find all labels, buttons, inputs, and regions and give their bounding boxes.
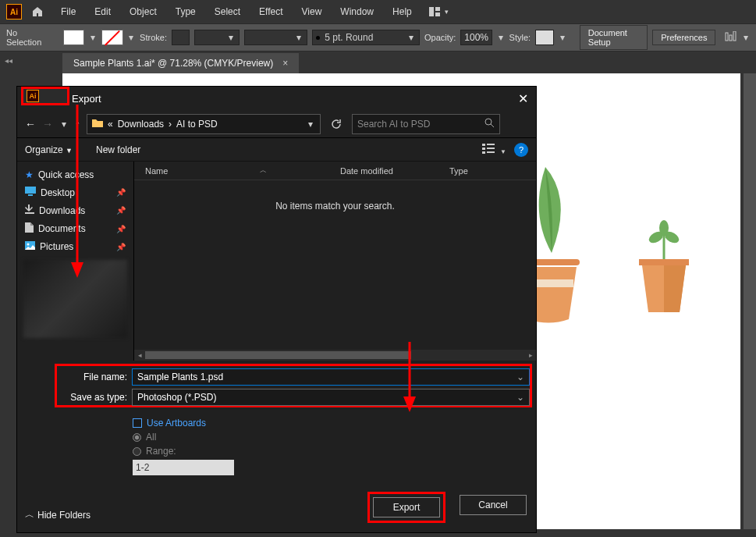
panel-collapse-icon[interactable]: ◂◂	[5, 56, 12, 65]
scroll-left-icon[interactable]: ◂	[134, 351, 145, 359]
svg-rect-1	[435, 7, 440, 11]
forward-button: →	[42, 118, 53, 130]
new-folder-button[interactable]: New folder	[96, 144, 140, 155]
document-tab-bar: Sample Plants 1.ai* @ 71.28% (CMYK/Previ…	[0, 52, 756, 73]
pin-icon: 📌	[116, 243, 126, 251]
empty-message: No items match your search.	[134, 201, 536, 212]
brush-preset[interactable]: 5 pt. Round ▾	[312, 30, 420, 45]
sidebar-pictures[interactable]: Pictures📌	[17, 238, 133, 255]
close-icon[interactable]: ✕	[518, 91, 528, 106]
chevron-down-icon[interactable]: ▾	[306, 119, 315, 130]
menu-edit[interactable]: Edit	[87, 3, 119, 20]
opacity-label: Opacity:	[424, 33, 456, 42]
download-icon	[25, 204, 34, 216]
menu-file[interactable]: File	[53, 3, 83, 20]
sidebar-downloads[interactable]: Downloads📌	[17, 201, 133, 219]
use-artboards-label: Use Artboards	[147, 418, 206, 429]
back-button[interactable]: ←	[25, 118, 36, 130]
menu-view[interactable]: View	[294, 3, 330, 20]
document-setup-button[interactable]: Document Setup	[580, 25, 648, 50]
app-logo: Ai	[6, 4, 22, 20]
svg-rect-19	[487, 151, 495, 153]
svg-point-24	[27, 244, 30, 246]
breadcrumb-item[interactable]: Downloads	[118, 119, 164, 130]
workspace-switcher[interactable]: ▾	[429, 7, 449, 16]
menu-effect[interactable]: Effect	[251, 3, 290, 20]
pin-icon: 📌	[116, 188, 126, 197]
range-radio[interactable]	[133, 447, 141, 456]
menu-help[interactable]: Help	[385, 3, 420, 20]
scroll-right-icon[interactable]: ▸	[525, 351, 536, 359]
up-button[interactable]: ↑	[75, 118, 80, 130]
vertical-scrollbar[interactable]	[744, 73, 756, 529]
sidebar-documents[interactable]: Documents📌	[17, 219, 133, 238]
organize-button[interactable]: Organize ▼	[25, 144, 73, 155]
style-label: Style:	[509, 33, 531, 42]
variable-width-profile[interactable]: ▾	[194, 30, 240, 45]
chevron-down-icon[interactable]: ⌄	[516, 392, 524, 403]
cancel-button[interactable]: Cancel	[460, 495, 527, 515]
horizontal-scrollbar[interactable]: ◂ ▸	[134, 350, 536, 361]
brush-definition[interactable]: ▾	[244, 30, 308, 45]
sidebar-blurred-area	[23, 260, 127, 338]
column-name[interactable]: Name ︿	[145, 165, 340, 176]
folder-icon	[92, 118, 103, 130]
file-name-label: File name:	[57, 372, 127, 382]
sidebar-quick-access[interactable]: ★ Quick access	[17, 166, 133, 183]
graphic-style[interactable]	[535, 30, 554, 45]
search-input[interactable]: Search AI to PSD	[352, 114, 500, 134]
refresh-button[interactable]	[327, 115, 346, 133]
svg-rect-17	[487, 144, 495, 145]
opacity-input[interactable]: 100%	[460, 30, 492, 45]
stroke-label: Stroke:	[140, 33, 167, 42]
dialog-nav-bar: ← → ▾ ↑ « Downloads › AI to PSD ▾ Search…	[17, 110, 536, 138]
fill-swatch[interactable]	[63, 30, 85, 45]
chevron-down-icon[interactable]: ▾	[89, 32, 97, 43]
align-icon[interactable]	[725, 31, 737, 44]
menu-type[interactable]: Type	[168, 3, 204, 20]
menu-select[interactable]: Select	[207, 3, 248, 20]
svg-rect-4	[729, 35, 732, 41]
breadcrumb-path[interactable]: « Downloads › AI to PSD ▾	[87, 114, 321, 134]
svg-rect-20	[25, 187, 36, 194]
svg-point-10	[659, 220, 669, 236]
view-options-icon[interactable]: ▼	[482, 143, 506, 156]
breadcrumb-item[interactable]: AI to PSD	[176, 119, 218, 130]
sidebar-desktop[interactable]: Desktop📌	[17, 183, 133, 201]
export-button[interactable]: Export	[373, 497, 440, 517]
chevron-up-icon: ︿	[25, 508, 34, 521]
pictures-icon	[25, 241, 35, 252]
sort-indicator-icon: ︿	[260, 165, 267, 176]
search-placeholder: Search AI to PSD	[357, 119, 430, 130]
close-tab-icon[interactable]: ×	[282, 58, 288, 69]
use-artboards-checkbox[interactable]	[133, 418, 142, 428]
menu-object[interactable]: Object	[122, 3, 165, 20]
stroke-weight-input[interactable]	[172, 30, 190, 45]
stroke-swatch[interactable]	[101, 30, 123, 45]
home-icon[interactable]	[30, 4, 45, 20]
hide-folders-button[interactable]: ︿ Hide Folders	[25, 508, 91, 521]
brush-name: 5 pt. Round	[325, 32, 373, 43]
chevron-down-icon[interactable]: ▾	[128, 32, 136, 43]
pin-icon: 📌	[116, 225, 126, 233]
desktop-icon	[25, 187, 36, 198]
export-dialog: Export ✕ ← → ▾ ↑ « Downloads › AI to PSD…	[16, 86, 537, 533]
save-type-select[interactable]: Photoshop (*.PSD) ⌄	[132, 389, 530, 406]
svg-rect-15	[482, 148, 485, 150]
star-icon: ★	[25, 169, 34, 180]
help-icon[interactable]: ?	[514, 143, 528, 157]
dot-icon	[316, 36, 320, 40]
file-name-input[interactable]: Sample Plants 1.psd ⌄	[132, 368, 530, 386]
preferences-button[interactable]: Preferences	[652, 30, 715, 45]
file-list-area: Name ︿ Date modified Type No items match…	[134, 162, 536, 361]
dialog-titlebar: Export ✕	[17, 87, 536, 110]
column-type[interactable]: Type	[449, 166, 512, 176]
range-input[interactable]: 1-2	[133, 460, 234, 475]
history-dropdown[interactable]: ▾	[59, 119, 69, 130]
all-radio[interactable]	[133, 433, 141, 442]
all-label: All	[146, 432, 156, 443]
chevron-down-icon[interactable]: ⌄	[516, 372, 524, 382]
column-date[interactable]: Date modified	[340, 166, 449, 176]
document-tab[interactable]: Sample Plants 1.ai* @ 71.28% (CMYK/Previ…	[62, 53, 299, 73]
menu-window[interactable]: Window	[332, 3, 382, 20]
